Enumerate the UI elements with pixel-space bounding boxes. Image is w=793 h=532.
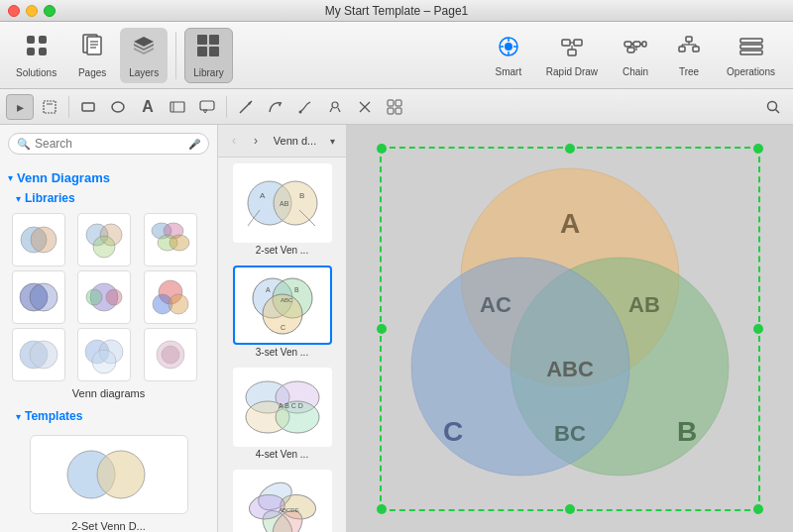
minimize-button[interactable]	[26, 5, 38, 17]
handle-ml[interactable]	[377, 324, 387, 334]
solutions-label: Solutions	[16, 67, 57, 78]
thumb-item-2[interactable]	[77, 213, 131, 266]
label-b: B	[677, 416, 697, 447]
template-label-1: 2-Set Venn D...	[71, 520, 146, 532]
svg-text:B: B	[299, 191, 304, 200]
svg-line-59	[338, 108, 340, 112]
thumb-item-5[interactable]	[77, 270, 131, 324]
canvas-area[interactable]: A B C AB AC BC ABC	[347, 125, 793, 532]
pages-button[interactable]: Pages	[68, 28, 116, 83]
rect-tool[interactable]	[74, 94, 102, 120]
svg-marker-55	[279, 103, 282, 107]
panel-item-3set[interactable]: A B C ABC 3-set Ven ...	[228, 266, 337, 358]
smart-button[interactable]: Smart	[483, 28, 534, 83]
handle-mr[interactable]	[753, 324, 763, 334]
svg-point-84	[169, 294, 188, 314]
handle-br[interactable]	[753, 504, 763, 514]
svg-point-17	[505, 43, 512, 51]
layers-icon	[130, 32, 158, 65]
close-button[interactable]	[8, 5, 20, 17]
svg-rect-15	[209, 47, 219, 56]
solutions-button[interactable]: Solutions	[8, 28, 64, 83]
select-tool[interactable]: ▸	[6, 94, 34, 120]
panel-item-5set[interactable]: ABCDE 5-set Ven ...	[228, 470, 337, 532]
panel-item-4set[interactable]: A B C D 4-set Ven ...	[228, 368, 337, 460]
svg-rect-45	[44, 101, 56, 113]
ellipse-tool[interactable]	[104, 94, 132, 120]
chain-icon	[623, 34, 648, 64]
venn-section-header[interactable]: ▾ Venn Diagrams	[0, 166, 217, 189]
text-select-tool[interactable]	[36, 94, 63, 120]
scissors-tool[interactable]	[351, 94, 379, 120]
thumb-item-6[interactable]	[144, 270, 197, 324]
svg-rect-2	[27, 48, 35, 55]
tree-label: Tree	[679, 66, 699, 77]
panel-item-2set[interactable]: A B AB 2-set Ven ...	[228, 163, 337, 256]
nav-dropdown-button[interactable]: ▾	[324, 131, 340, 151]
panel-item-label-3set: 3-set Ven ...	[256, 347, 308, 358]
maximize-button[interactable]	[44, 5, 56, 17]
canvas-container: A B C AB AC BC ABC	[382, 149, 758, 509]
handle-bc[interactable]	[565, 504, 575, 514]
library-button[interactable]: Library	[184, 28, 233, 83]
svg-text:A: A	[260, 191, 266, 200]
handle-bl[interactable]	[377, 504, 387, 514]
thumb-item-1[interactable]	[12, 213, 65, 266]
panel-item-label-2set: 2-set Ven ...	[256, 245, 308, 256]
svg-rect-28	[633, 42, 640, 47]
shape-tool[interactable]	[164, 94, 191, 120]
thumb-item-7[interactable]	[12, 328, 65, 381]
svg-point-81	[86, 289, 102, 305]
panel-nav: ‹ › Venn d... ▾	[218, 125, 346, 158]
callout-tool[interactable]	[193, 94, 221, 120]
rapiddraw-label: Rapid Draw	[546, 66, 598, 77]
handle-tl[interactable]	[377, 144, 387, 154]
pen-tool[interactable]	[291, 94, 319, 120]
nav-back-button[interactable]: ‹	[224, 131, 244, 151]
svg-rect-62	[388, 100, 394, 106]
svg-line-58	[330, 108, 332, 112]
window-title: My Start Template – Page1	[325, 4, 469, 18]
tree-icon	[676, 34, 702, 64]
svg-rect-3	[39, 48, 47, 55]
thumb-item-4[interactable]	[12, 270, 65, 324]
handle-tr[interactable]	[753, 144, 763, 154]
svg-rect-14	[197, 47, 207, 56]
thumb-item-9[interactable]	[144, 328, 197, 381]
search-input[interactable]	[35, 137, 184, 151]
stamp-tool[interactable]	[321, 94, 349, 120]
nav-forward-button[interactable]: ›	[246, 131, 266, 151]
search-box[interactable]: 🔍 🎤	[8, 133, 209, 155]
libraries-arrow: ▾	[16, 193, 21, 204]
svg-rect-42	[740, 39, 762, 43]
solutions-icon	[23, 32, 51, 65]
text-tool[interactable]: A	[134, 94, 162, 120]
tree-button[interactable]: Tree	[663, 28, 715, 83]
pages-icon	[78, 32, 106, 65]
libraries-subsection-header[interactable]: ▾ Libraries	[0, 189, 217, 207]
pattern-tool[interactable]	[381, 94, 408, 120]
thumb-item-8[interactable]	[77, 328, 131, 381]
svg-rect-43	[740, 45, 762, 49]
toolbar2-sep1	[68, 96, 69, 118]
line-tool[interactable]	[232, 94, 260, 120]
venn-diagrams-label: Venn diagrams	[0, 387, 217, 403]
toolbar-right: Smart Rapid Draw	[483, 28, 785, 83]
template-thumb-1[interactable]	[30, 435, 188, 514]
curve-tool[interactable]	[262, 94, 289, 120]
operations-button[interactable]: Operations	[717, 28, 785, 83]
templates-subsection-header[interactable]: ▾ Templates	[0, 407, 217, 425]
rapiddraw-button[interactable]: Rapid Draw	[536, 28, 608, 83]
thumb-item-3[interactable]	[144, 213, 197, 266]
handle-tc[interactable]	[565, 144, 575, 154]
svg-point-78	[30, 283, 57, 311]
operations-icon	[738, 34, 764, 64]
chain-button[interactable]: Chain	[610, 28, 661, 83]
templates-title: Templates	[25, 409, 82, 423]
svg-rect-36	[679, 47, 685, 52]
search-button-toolbar[interactable]	[759, 94, 787, 120]
layers-button[interactable]: Layers	[120, 28, 168, 83]
svg-point-66	[768, 101, 777, 110]
svg-point-69	[31, 227, 57, 253]
libraries-title: Libraries	[25, 191, 75, 205]
